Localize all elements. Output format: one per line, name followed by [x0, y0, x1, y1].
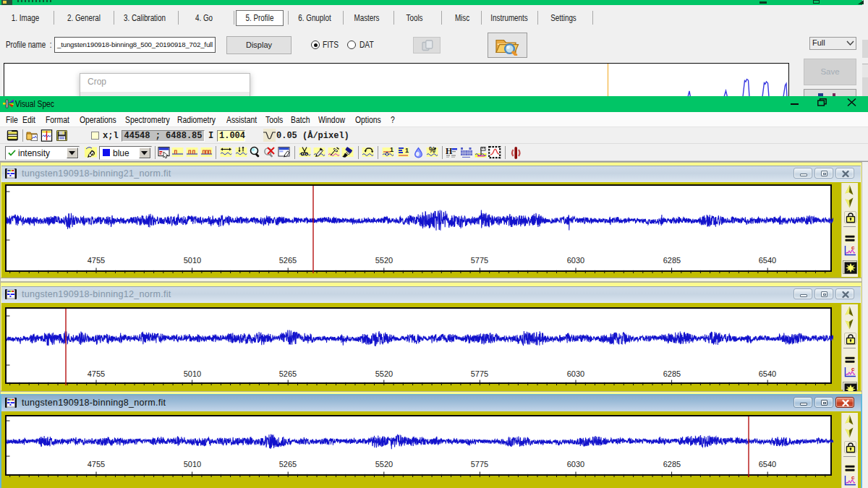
- svg-text:6540: 6540: [759, 256, 776, 265]
- svg-text:6285: 6285: [663, 460, 681, 468]
- svg-text:6285: 6285: [663, 369, 681, 378]
- svg-text:6540: 6540: [759, 369, 776, 378]
- svg-text:c: c: [851, 474, 855, 481]
- svg-text:1: 1: [390, 146, 393, 153]
- svg-text:5265: 5265: [279, 460, 297, 468]
- svg-text:5010: 5010: [184, 460, 201, 468]
- svg-text:4755: 4755: [88, 256, 105, 265]
- svg-text:5775: 5775: [471, 460, 488, 468]
- svg-text:c: c: [851, 244, 855, 251]
- svg-text:c: c: [851, 366, 855, 372]
- svg-text:%: %: [429, 146, 435, 154]
- svg-text:6030: 6030: [567, 369, 584, 378]
- svg-text:5010: 5010: [184, 369, 201, 378]
- svg-text:5265: 5265: [279, 369, 297, 378]
- svg-text:6030: 6030: [567, 460, 584, 468]
- svg-text:6285: 6285: [663, 256, 681, 265]
- svg-text:4755: 4755: [88, 369, 105, 378]
- svg-text:5520: 5520: [375, 256, 393, 265]
- svg-text:H: H: [446, 146, 453, 156]
- svg-text:5775: 5775: [471, 256, 488, 265]
- svg-text:6030: 6030: [567, 256, 584, 265]
- svg-text:5010: 5010: [184, 256, 201, 265]
- svg-text:1: 1: [405, 147, 409, 154]
- svg-text:4755: 4755: [88, 460, 105, 468]
- svg-text:5775: 5775: [471, 369, 488, 378]
- svg-text:5520: 5520: [375, 369, 393, 378]
- svg-text:5265: 5265: [279, 256, 297, 265]
- svg-text:6540: 6540: [759, 460, 776, 468]
- svg-text:5520: 5520: [375, 460, 393, 468]
